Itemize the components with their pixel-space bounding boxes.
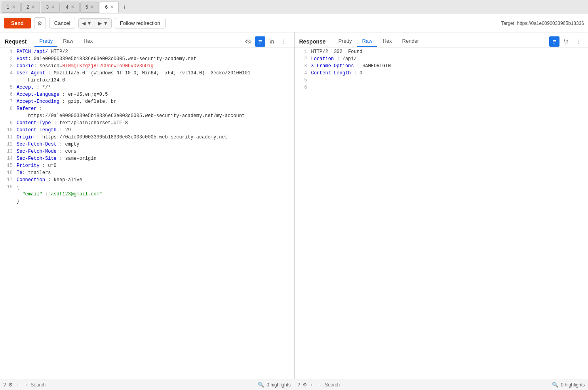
svg-rect-5 xyxy=(553,40,556,41)
request-forward-icon[interactable]: → xyxy=(23,382,28,388)
bottom-bar: ? ⚙ ← → 🔍 0 highlights ? ⚙ ← → 🔍 0 highl… xyxy=(0,379,588,390)
response-search-input[interactable] xyxy=(325,382,550,388)
response-settings-icon[interactable]: ⚙ xyxy=(303,382,307,388)
line-number: 7 xyxy=(3,99,13,106)
request-more-icon[interactable]: ⋮ xyxy=(279,36,289,47)
request-tab-hex[interactable]: Hex xyxy=(79,36,97,47)
response-tab-raw[interactable]: Raw xyxy=(357,36,377,47)
line-number: 3 xyxy=(298,63,307,70)
line-number: 2 xyxy=(3,56,13,63)
request-line: 2Host: 0ale00900339e5b18336e63e003c0005.… xyxy=(0,56,294,63)
request-line: 7Accept-Encoding : gzip, deflate, br xyxy=(0,99,294,106)
svg-rect-6 xyxy=(553,42,556,42)
response-body-icon[interactable] xyxy=(549,36,559,47)
response-code-area[interactable]: 1HTTP/2 302 Found2Location : /api/3X-Fra… xyxy=(295,47,588,379)
request-line: 13Sec-Fetch-Mode : cors xyxy=(0,149,294,156)
settings-button[interactable]: ⚙ xyxy=(34,17,46,29)
tab-6-close[interactable]: ✕ xyxy=(110,5,114,9)
response-help-icon[interactable]: ? xyxy=(297,382,300,388)
tab-3-close[interactable]: ✕ xyxy=(51,5,55,9)
line-number: 5 xyxy=(3,85,13,92)
request-search-icon[interactable]: 🔍 xyxy=(258,382,264,388)
line-content: Accept-Language : en-US,en;q=0.5 xyxy=(17,92,291,99)
request-wrap-icon[interactable]: \n xyxy=(267,36,277,47)
tab-5[interactable]: 5 ✕ xyxy=(80,2,99,13)
response-tabs: Pretty Raw Hex Render xyxy=(333,36,549,47)
line-content: Priority : u=0 xyxy=(17,163,291,170)
line-content: Host: 0ale00900339e5b18336e63e003c0005.w… xyxy=(17,56,291,63)
tab-1[interactable]: 1 ✕ xyxy=(2,2,21,13)
forward-button[interactable]: ▶ ▼ xyxy=(95,19,111,28)
request-line: Firefox/134.0 xyxy=(0,78,294,85)
tab-4[interactable]: 4 ✕ xyxy=(61,2,80,13)
response-wrap-icon[interactable]: \n xyxy=(561,36,571,47)
line-content: Accept : */* xyxy=(17,85,291,92)
request-line: 15Priority : u=0 xyxy=(0,163,294,170)
request-code-area[interactable]: 1PATCH /api/ HTTP/22Host: 0ale00900339e5… xyxy=(0,47,294,379)
line-content: Origin : https://0ale0090033965b18336e63… xyxy=(17,134,291,142)
request-line: } xyxy=(0,199,294,206)
send-button[interactable]: Send xyxy=(4,18,31,28)
svg-rect-7 xyxy=(553,43,555,44)
line-number: 3 xyxy=(3,63,13,70)
svg-rect-3 xyxy=(259,43,261,44)
request-line: 14Sec-Fetch-Site : same-origin xyxy=(0,156,294,163)
line-content: { xyxy=(17,184,291,191)
tab-5-close[interactable]: ✕ xyxy=(90,5,94,9)
response-tab-hex[interactable]: Hex xyxy=(378,36,396,47)
response-line: 2Location : /api/ xyxy=(295,56,588,63)
request-back-icon[interactable]: ← xyxy=(15,382,21,388)
line-number: 6 xyxy=(3,92,13,99)
line-number: 1 xyxy=(298,49,307,56)
tab-6[interactable]: 6 ✕ xyxy=(100,2,119,13)
request-line: 3Cookie: session=HlWmQFKzgzjAF2C9nnwlo9H… xyxy=(0,63,294,70)
line-number: 9 xyxy=(3,120,13,127)
response-forward-icon[interactable]: → xyxy=(317,382,322,388)
line-content: Content-Length : 0 xyxy=(311,70,585,78)
cancel-button[interactable]: Cancel xyxy=(49,18,75,28)
back-button[interactable]: ◀ ▼ xyxy=(79,19,95,28)
add-tab-button[interactable]: + xyxy=(120,2,129,12)
request-line: 19{ xyxy=(0,184,294,191)
tab-1-close[interactable]: ✕ xyxy=(12,5,15,9)
response-tab-render[interactable]: Render xyxy=(398,36,424,47)
request-search-input[interactable] xyxy=(30,382,255,388)
request-settings-icon[interactable]: ⚙ xyxy=(8,382,13,388)
tab-2[interactable]: 2 ✕ xyxy=(21,2,40,13)
line-number xyxy=(3,191,13,199)
request-tab-icons: \n ⋮ xyxy=(243,36,289,47)
tab-2-close[interactable]: ✕ xyxy=(31,5,35,9)
line-content: Te: trailers xyxy=(17,170,291,177)
line-content: Firefox/134.0 xyxy=(17,78,291,85)
tab-6-label: 6 xyxy=(105,4,108,10)
response-tab-pretty[interactable]: Pretty xyxy=(333,36,356,47)
request-tab-pretty[interactable]: Pretty xyxy=(34,36,57,47)
response-more-icon[interactable]: ⋮ xyxy=(573,36,583,47)
tab-3[interactable]: 3 ✕ xyxy=(41,2,60,13)
line-number xyxy=(3,113,13,120)
request-line: 10Content-Length : 29 xyxy=(0,127,294,134)
request-body-icon[interactable] xyxy=(255,36,265,47)
tab-4-close[interactable]: ✕ xyxy=(71,5,74,9)
request-eye-slash-icon[interactable] xyxy=(243,36,253,47)
request-line: 9Content-Type : text/plain;charset=UTF-8 xyxy=(0,120,294,127)
response-line: 6 xyxy=(295,85,588,92)
response-title: Response xyxy=(299,38,326,45)
response-header: Response Pretty Raw Hex Render \n ⋮ xyxy=(295,32,588,47)
line-number: 6 xyxy=(298,85,307,92)
line-content: Sec-Fetch-Dest : empty xyxy=(17,142,291,149)
line-content: PATCH /api/ HTTP/2 xyxy=(17,49,291,56)
request-line: 1PATCH /api/ HTTP/2 xyxy=(0,49,294,56)
request-help-icon[interactable]: ? xyxy=(3,382,6,388)
line-number: 4 xyxy=(298,70,307,78)
line-number: 5 xyxy=(298,78,307,85)
line-content: "email" :"asdf123@gmail.com" xyxy=(17,191,291,199)
tab-bar: 1 ✕ 2 ✕ 3 ✕ 4 ✕ 5 ✕ 6 ✕ + xyxy=(0,0,588,14)
response-bottom: ? ⚙ ← → 🔍 0 highlights xyxy=(294,379,588,390)
response-search-icon[interactable]: 🔍 xyxy=(552,382,558,388)
request-line: 11Origin : https://0ale0090033965b18336e… xyxy=(0,134,294,142)
request-tab-raw[interactable]: Raw xyxy=(58,36,78,47)
follow-redirect-button[interactable]: Follow redirection xyxy=(115,18,166,28)
response-back-icon[interactable]: ← xyxy=(310,382,315,388)
line-content: X-Frame-Options : SAMEORIGIN xyxy=(311,63,585,70)
